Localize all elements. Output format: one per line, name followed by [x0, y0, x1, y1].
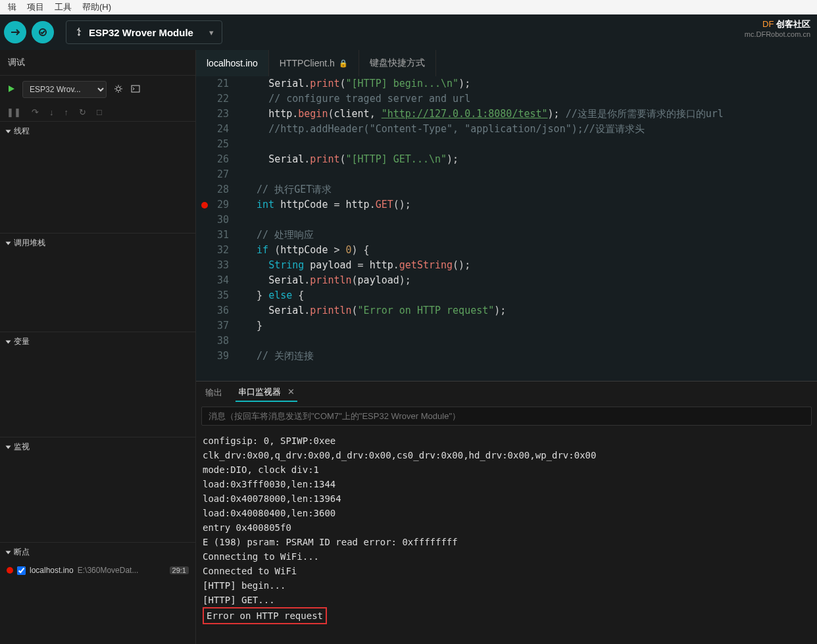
chevron-down-icon: ▾ — [209, 28, 214, 37]
board-selector[interactable]: ESP32 Wrover Module ▾ — [66, 20, 222, 44]
tab-output[interactable]: 输出 — [203, 384, 225, 401]
step-into-icon[interactable]: ↓ — [49, 107, 54, 117]
svg-point-2 — [116, 87, 120, 91]
verify-button[interactable] — [4, 21, 26, 43]
debug-sidebar: 调试 ESP32 Wrov... ❚❚ ↷ ↓ ↑ ↻ □ 线程 调用堆栈 — [0, 50, 196, 644]
editor-tab[interactable]: localhost.ino — [196, 50, 269, 76]
section-watch[interactable]: 监视 — [0, 437, 195, 457]
code-editor[interactable]: 21222324252627282930313233343536373839 S… — [196, 76, 817, 381]
svg-rect-3 — [132, 86, 139, 92]
breakpoint-item[interactable]: localhost.ino E:\360MoveDat... 29:1 — [0, 562, 195, 579]
editor-area: localhost.inoHTTPClient.h🔒键盘快捷方式 2122232… — [196, 50, 817, 644]
breakpoint-file: localhost.ino — [30, 566, 74, 575]
bottom-panel: 输出 串口监视器 ✕ configsip: 0, SPIWP:0xeeclk_d… — [196, 381, 817, 644]
editor-tabs: localhost.inoHTTPClient.h🔒键盘快捷方式 — [196, 50, 817, 76]
editor-tab[interactable]: 键盘快捷方式 — [359, 50, 436, 76]
step-over-icon[interactable]: ↷ — [32, 107, 39, 117]
menu-item[interactable]: 项目 — [22, 1, 49, 13]
breakpoint-checkbox[interactable] — [17, 566, 26, 575]
breakpoint-path: E:\360MoveDat... — [78, 566, 166, 575]
toolbar: ESP32 Wrover Module ▾ DF 创客社区 mc.DFRobot… — [0, 14, 817, 50]
sidebar-title: 调试 — [0, 50, 195, 76]
gear-icon[interactable] — [113, 84, 124, 96]
section-breakpoints[interactable]: 断点 — [0, 542, 195, 562]
debug-button[interactable] — [32, 21, 54, 43]
pause-icon[interactable]: ❚❚ — [7, 107, 21, 117]
menu-item[interactable]: 辑 — [3, 1, 22, 13]
section-variables[interactable]: 变量 — [0, 332, 195, 351]
breakpoint-line: 29:1 — [170, 566, 189, 574]
watermark: DF 创客社区 mc.DFRobot.com.cn — [745, 18, 810, 38]
start-debug-button[interactable] — [7, 84, 16, 95]
highlighted-error: Error on HTTP request — [203, 607, 327, 624]
board-name: ESP32 Wrover Module — [89, 27, 193, 38]
close-icon[interactable]: ✕ — [287, 387, 295, 397]
menubar: 辑项目工具帮助(H) — [0, 0, 817, 14]
editor-tab[interactable]: HTTPClient.h🔒 — [269, 50, 359, 76]
stop-icon[interactable]: □ — [97, 107, 102, 117]
line-gutter: 21222324252627282930313233343536373839 — [196, 76, 242, 381]
step-out-icon[interactable]: ↑ — [64, 107, 69, 117]
lock-icon: 🔒 — [339, 59, 348, 68]
svg-point-1 — [78, 34, 80, 36]
menu-item[interactable]: 工具 — [49, 1, 77, 13]
breakpoint-dot-icon — [7, 567, 13, 574]
usb-icon — [74, 27, 84, 38]
debug-step-toolbar: ❚❚ ↷ ↓ ↑ ↻ □ — [0, 103, 195, 121]
serial-message-input[interactable] — [201, 407, 812, 426]
section-threads[interactable]: 线程 — [0, 121, 195, 141]
console-icon[interactable] — [130, 84, 141, 96]
restart-icon[interactable]: ↻ — [79, 107, 86, 117]
serial-console: configsip: 0, SPIWP:0xeeclk_drv:0x00,q_d… — [196, 428, 817, 644]
debug-config-select[interactable]: ESP32 Wrov... — [22, 81, 107, 98]
menu-item[interactable]: 帮助(H) — [77, 1, 116, 13]
code-content[interactable]: Serial.print("[HTTP] begin...\n"); // co… — [242, 76, 817, 381]
section-callstack[interactable]: 调用堆栈 — [0, 233, 195, 253]
tab-serial-monitor[interactable]: 串口监视器 ✕ — [235, 384, 297, 402]
